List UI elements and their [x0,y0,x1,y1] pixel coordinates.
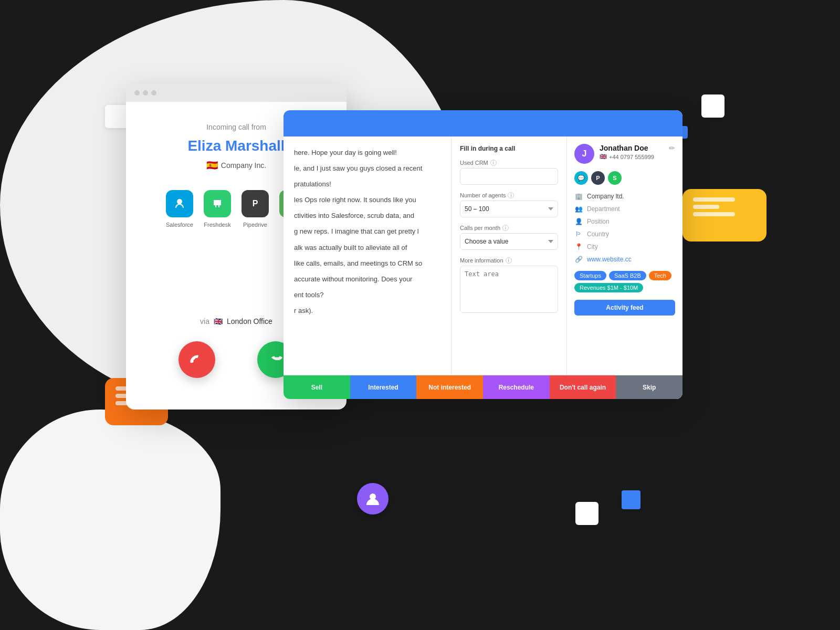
via-label: via [200,317,209,326]
uk-flag: 🇬🇧 [600,153,607,160]
crm-body: here. Hope your day is going well! le, a… [284,136,682,375]
chat-line: g new reps. I imagine that can get prett… [294,226,440,237]
company-name: Company Inc. [221,161,266,170]
tag-startups: Startups [574,271,606,280]
contact-int-chat: 💬 [574,171,588,185]
tag-revenue: Revenues $1M - $10M [574,283,643,292]
tag-tech: Tech [649,271,671,280]
more-info-label: More information i [460,257,558,264]
calls-month-label: Calls per month i [460,225,558,231]
sell-button[interactable]: Sell [284,375,350,399]
titlebar-dot [151,90,156,96]
chat-line: pratulations! [294,178,440,190]
bg-blob-right [0,410,220,630]
reschedule-button[interactable]: Reschedule [483,375,550,399]
link-icon: 🔗 [574,255,583,264]
freshdesk-icon [204,190,231,217]
contact-header: J Jonathan Doe 🇬🇧 +44 0797 555999 ✏ [574,144,675,164]
crm-header [284,110,682,136]
city-text: City [587,243,598,250]
department-text: Department [587,205,620,213]
pipedrive-label: Pipedrive [243,222,267,228]
caller-name: Eliza Marshall [187,138,285,154]
contact-info: Jonathan Doe 🇬🇧 +44 0797 555999 [600,144,654,160]
call-buttons [178,341,294,378]
company-row: 🏢 Company ltd. [574,192,675,201]
crm-panel: here. Hope your day is going well! le, a… [284,110,682,399]
country-row: 🏳 Country [574,230,675,238]
used-crm-group: Used CRM i [460,160,558,185]
chat-line: here. Hope your day is going well! [294,147,440,159]
chat-line: le, and I just saw you guys closed a rec… [294,163,440,174]
contact-phone: 🇬🇧 +44 0797 555999 [600,153,654,160]
office-label: London Office [227,317,272,326]
calls-month-select[interactable]: Choose a value [460,233,558,250]
contact-info-rows: 🏢 Company ltd. 👥 Department 👤 Position 🏳… [574,192,675,264]
website-text: www.website.cc [587,256,632,263]
website-row: 🔗 www.website.cc [574,255,675,264]
chat-line: accurate without monitoring. Does your [294,274,440,285]
deco-square-6 [575,502,598,525]
phone-number: +44 0797 555999 [609,154,654,160]
chat-area: here. Hope your day is going well! le, a… [284,136,452,375]
fill-form: Fill in during a call Used CRM i Number … [452,136,567,375]
used-crm-input[interactable] [460,168,558,185]
interested-button[interactable]: Interested [350,375,417,399]
salesforce-label: Salesforce [166,222,193,228]
edit-icon[interactable]: ✏ [669,144,675,152]
contact-sidebar: J Jonathan Doe 🇬🇧 +44 0797 555999 ✏ 💬 P … [567,136,682,375]
chat-line: r ask). [294,305,440,317]
contact-int-shopify: S [608,171,622,185]
chat-line: ent tools? [294,289,440,301]
city-row: 📍 City [574,243,675,251]
more-info-group: More information i [460,257,558,315]
not-interested-button[interactable]: Not interested [416,375,483,399]
tag-saas: SaaS B2B [609,271,646,280]
titlebar-dot [143,90,148,96]
contact-name: Jonathan Doe [600,144,654,152]
used-crm-label: Used CRM i [460,160,558,166]
salesforce-icon [166,190,193,217]
bubble-line [693,197,735,202]
integration-freshdesk: Freshdesk [204,190,231,228]
deco-square-1 [105,105,128,128]
bottom-avatar [357,483,388,514]
tags-row: Startups SaaS B2B Tech Revenues $1M - $1… [574,271,675,292]
info-icon: i [508,192,514,198]
incoming-label: Incoming call from [206,123,266,131]
num-agents-select[interactable]: 50 – 100 [460,201,558,217]
chat-line: ctivities into Salesforce, scrub data, a… [294,210,440,222]
more-info-textarea[interactable] [460,266,558,313]
decline-button[interactable] [178,341,215,378]
num-agents-label: Number of agents i [460,192,558,198]
contact-int-pipedrive: P [591,171,605,185]
no-call-button[interactable]: Don't call again [550,375,616,399]
country-text: Country [587,230,609,238]
position-text: Position [587,218,610,225]
bubble-line [693,212,735,216]
chat-line: like calls, emails, and meetings to CRM … [294,258,440,269]
chat-line: alk was actually built to alleviate all … [294,242,440,254]
activity-feed-button[interactable]: Activity feed [574,300,675,316]
num-agents-group: Number of agents i 50 – 100 [460,192,558,217]
form-section-title: Fill in during a call [460,145,558,152]
department-icon: 👥 [574,205,583,213]
contact-avatar: J [574,144,594,164]
via-row: via 🇬🇧 London Office [200,317,272,326]
titlebar [126,84,346,102]
integration-pipedrive: P Pipedrive [242,190,269,228]
caller-company: 🇪🇸 Company Inc. [206,160,266,171]
deco-square-4 [701,94,724,118]
calls-month-group: Calls per month i Choose a value [460,225,558,250]
deco-square-5 [622,490,640,509]
bubble-line [693,205,719,209]
company-text: Company ltd. [587,193,624,200]
city-icon: 📍 [574,243,583,251]
pipedrive-icon: P [242,190,269,217]
chat-line: les Ops role right now. It sounds like y… [294,194,440,206]
info-icon: i [506,257,512,264]
svg-point-0 [177,199,182,204]
spain-flag: 🇪🇸 [206,160,218,171]
skip-button[interactable]: Skip [616,375,682,399]
chat-bubble-yellow [682,189,766,242]
